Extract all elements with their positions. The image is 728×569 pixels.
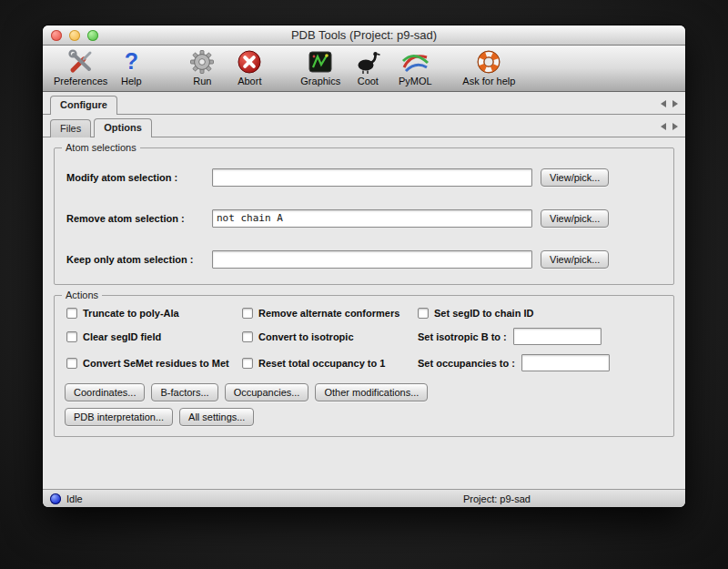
status-indicator-icon	[50, 493, 61, 504]
checkbox-icon[interactable]	[242, 308, 253, 319]
checkbox-label: Convert to isotropic	[258, 331, 354, 342]
toolbar-button-ask-for-help[interactable]: Ask for help	[462, 47, 515, 86]
tab-scroll-right-icon[interactable]	[672, 123, 678, 130]
toolbar-label: Preferences	[54, 76, 107, 86]
tab-configure[interactable]: Configure	[50, 96, 117, 115]
titlebar: PDB Tools (Project: p9-sad)	[43, 25, 685, 46]
all-settings-button[interactable]: All settings...	[179, 408, 254, 426]
view-pick-button[interactable]: View/pick...	[541, 250, 609, 269]
remove-atom-selection-input[interactable]	[212, 209, 532, 228]
atom-selection-rows: Modify atom selection : View/pick... Rem…	[55, 148, 673, 284]
window-title: PDB Tools (Project: p9-sad)	[291, 28, 437, 42]
set-occupancies-input[interactable]	[521, 354, 610, 371]
checkbox-icon[interactable]	[418, 308, 429, 319]
project-label: Project: p9-sad	[463, 493, 531, 504]
toolbar: Preferences ? Help	[43, 46, 685, 92]
main-tab-bar: Configure	[43, 92, 685, 115]
checkbox-truncate-to-poly-ala[interactable]: Truncate to poly-Ala	[66, 308, 242, 319]
checkbox-label: Reset total occupancy to 1	[258, 358, 385, 369]
checkbox-icon[interactable]	[66, 308, 77, 319]
checkbox-label: Set segID to chain ID	[434, 308, 533, 319]
tab-scroll-right-icon[interactable]	[672, 100, 678, 107]
checkbox-clear-segid-field[interactable]: Clear segID field	[66, 328, 242, 345]
set-isotropic-b-field: Set isotropic B to :	[418, 328, 666, 345]
checkbox-icon[interactable]	[66, 331, 77, 342]
checkbox-icon[interactable]	[242, 358, 253, 369]
toolbar-button-coot[interactable]: Coot	[344, 47, 391, 86]
checkbox-reset-total-occupancy-to-1[interactable]: Reset total occupancy to 1	[242, 354, 418, 371]
toolbar-label: Graphics	[300, 76, 340, 86]
zoom-window-button[interactable]	[87, 30, 98, 41]
checkbox-icon[interactable]	[66, 358, 77, 369]
atom-selections-group: Atom selections Modify atom selection : …	[54, 147, 674, 285]
modify-atom-selection-label: Modify atom selection :	[66, 172, 212, 183]
modify-atom-selection-row: Modify atom selection : View/pick...	[60, 157, 668, 198]
checkbox-set-segid-to-chain-id[interactable]: Set segID to chain ID	[418, 308, 666, 319]
tab-scroll-left-icon[interactable]	[661, 123, 666, 130]
tab-scroll-arrows	[661, 123, 678, 137]
toolbar-button-abort[interactable]: Abort	[226, 47, 273, 86]
view-pick-button[interactable]: View/pick...	[541, 209, 609, 228]
toolbar-label: Help	[121, 76, 142, 86]
minimize-window-button[interactable]	[69, 30, 80, 41]
checkbox-label: Convert SeMet residues to Met	[83, 358, 229, 369]
actions-group: Actions Truncate to poly-Ala Remove alte…	[54, 295, 674, 437]
remove-atom-selection-row: Remove atom selection : View/pick...	[60, 198, 668, 239]
status-text: Idle	[66, 493, 83, 504]
coot-bird-icon	[354, 47, 381, 76]
toolbar-label: Abort	[238, 76, 261, 86]
keep-only-atom-selection-label: Keep only atom selection :	[66, 254, 212, 265]
modify-atom-selection-input[interactable]	[212, 168, 532, 187]
actions-button-row-2: PDB interpretation... All settings...	[55, 401, 673, 436]
toolbar-label: Ask for help	[462, 76, 515, 86]
toolbar-button-help[interactable]: ? Help	[107, 47, 155, 86]
b-factors-button[interactable]: B-factors...	[151, 383, 217, 401]
checkbox-convert-to-isotropic[interactable]: Convert to isotropic	[242, 328, 418, 345]
sub-tab-bar: Files Options	[43, 115, 685, 137]
checkbox-convert-semet-residues-to-met[interactable]: Convert SeMet residues to Met	[66, 354, 242, 371]
other-modifications-button[interactable]: Other modifications...	[315, 383, 428, 401]
toolbar-button-run[interactable]: Run	[178, 47, 226, 86]
toolbar-label: Run	[193, 76, 211, 86]
toolbar-label: PyMOL	[399, 76, 432, 86]
actions-checkbox-grid: Truncate to poly-Ala Remove alternate co…	[55, 296, 673, 373]
status-bar: Idle Project: p9-sad	[43, 489, 685, 507]
question-mark-icon: ?	[125, 47, 138, 76]
occupancies-button[interactable]: Occupancies...	[225, 383, 309, 401]
toolbar-button-pymol[interactable]: PyMOL	[391, 47, 439, 86]
checkbox-icon[interactable]	[242, 331, 253, 342]
pdb-interpretation-button[interactable]: PDB interpretation...	[65, 408, 173, 426]
tab-scroll-arrows	[661, 100, 678, 114]
lifebuoy-icon	[475, 47, 502, 76]
pymol-icon	[400, 47, 430, 76]
set-occupancies-field: Set occupancies to :	[418, 354, 666, 371]
keep-only-atom-selection-input[interactable]	[212, 250, 532, 269]
view-pick-button[interactable]: View/pick...	[541, 168, 609, 187]
graphics-icon	[307, 47, 334, 76]
abort-cross-icon	[236, 47, 263, 76]
desktop-background: { "window": { "title": "PDB Tools (Proje…	[0, 0, 728, 569]
tab-files[interactable]: Files	[50, 119, 91, 137]
group-title: Actions	[62, 290, 102, 300]
remove-atom-selection-label: Remove atom selection :	[66, 213, 212, 224]
checkbox-remove-alternate-conformers[interactable]: Remove alternate conformers	[242, 308, 418, 319]
toolbar-label: Coot	[358, 76, 379, 86]
toolbar-button-graphics[interactable]: Graphics	[297, 47, 344, 86]
app-window: PDB Tools (Project: p9-sad) Preferences …	[43, 25, 685, 507]
window-controls	[51, 30, 98, 41]
set-isotropic-b-input[interactable]	[513, 328, 602, 345]
tab-options[interactable]: Options	[94, 118, 152, 137]
checkbox-label: Remove alternate conformers	[258, 308, 399, 319]
tab-scroll-left-icon[interactable]	[661, 100, 666, 107]
set-isotropic-b-label: Set isotropic B to :	[418, 331, 507, 342]
group-title: Atom selections	[62, 142, 140, 153]
checkbox-label: Clear segID field	[83, 331, 161, 342]
actions-button-row-1: Coordinates... B-factors... Occupancies.…	[55, 373, 673, 401]
coordinates-button[interactable]: Coordinates...	[65, 383, 145, 401]
tools-icon	[67, 47, 95, 76]
checkbox-label: Truncate to poly-Ala	[83, 308, 179, 319]
toolbar-button-preferences[interactable]: Preferences	[54, 47, 107, 86]
close-window-button[interactable]	[51, 30, 62, 41]
keep-only-atom-selection-row: Keep only atom selection : View/pick...	[60, 239, 668, 279]
gear-icon	[188, 47, 216, 76]
